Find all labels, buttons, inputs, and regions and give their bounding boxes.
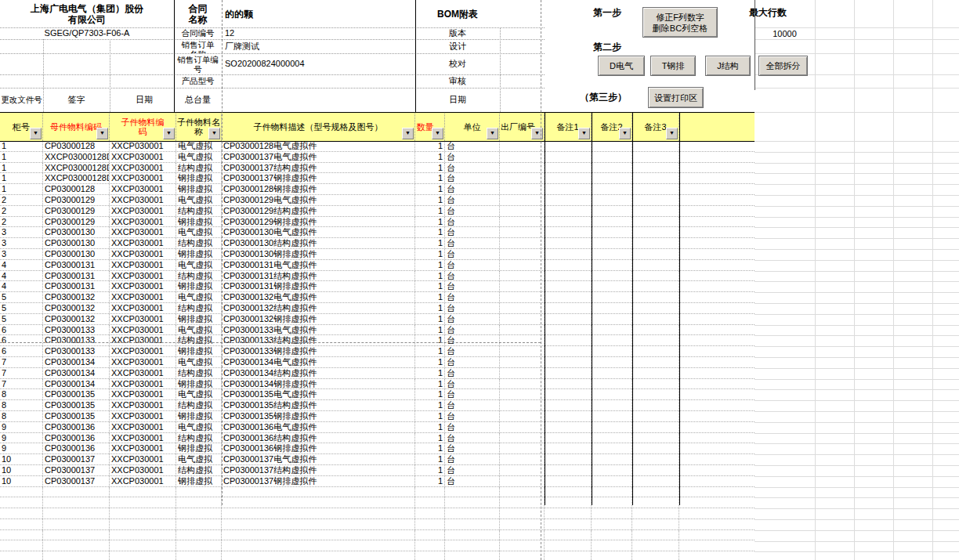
table-cell[interactable] — [500, 411, 545, 421]
table-cell[interactable]: 结构虚拟 — [176, 163, 222, 173]
table-cell[interactable] — [592, 335, 632, 345]
table-cell[interactable]: 台 — [445, 249, 500, 259]
table-cell[interactable]: 电气虚拟 — [176, 357, 222, 367]
table-cell[interactable]: CP03000135 — [43, 411, 110, 421]
table-cell[interactable]: XXCP030001 — [110, 163, 176, 173]
table-cell[interactable]: 电气虚拟 — [176, 454, 222, 464]
table-cell[interactable]: CP03000128钢排虚拟件 — [222, 184, 415, 194]
table-cell[interactable] — [500, 163, 545, 173]
table-cell[interactable] — [679, 163, 755, 173]
table-cell[interactable] — [545, 368, 592, 378]
table-cell[interactable]: 钢排虚拟 — [176, 184, 222, 194]
table-cell[interactable] — [592, 325, 632, 335]
table-cell[interactable]: 1 — [415, 314, 445, 324]
table-cell[interactable] — [445, 487, 500, 497]
table-cell[interactable]: XXCP030001 — [110, 368, 176, 378]
table-cell[interactable] — [632, 173, 679, 183]
table-cell[interactable] — [679, 454, 755, 464]
table-cell[interactable]: XXCP030001 — [110, 325, 176, 335]
table-cell[interactable] — [415, 487, 445, 497]
table-cell[interactable] — [445, 508, 500, 518]
table-cell[interactable] — [0, 497, 43, 508]
table-cell[interactable] — [415, 551, 445, 560]
table-cell[interactable]: XXCP030001 — [110, 281, 176, 291]
table-cell[interactable] — [632, 314, 679, 324]
table-cell[interactable]: 7 — [0, 379, 43, 389]
table-cell[interactable]: 1 — [415, 184, 445, 194]
table-cell[interactable]: CP03000130 — [43, 249, 110, 259]
table-cell[interactable] — [545, 346, 592, 356]
table-cell[interactable]: CP03000137 — [43, 476, 110, 486]
table-cell[interactable]: CP03000131 — [43, 281, 110, 291]
table-cell[interactable] — [632, 400, 679, 410]
table-cell[interactable] — [592, 411, 632, 421]
table-cell[interactable] — [679, 314, 755, 324]
table-cell[interactable]: CP03000133 — [43, 346, 110, 356]
sales-order-name-value[interactable]: 厂牌测试 — [225, 39, 413, 53]
table-cell[interactable]: 5 — [0, 303, 43, 313]
table-cell[interactable] — [632, 422, 679, 432]
table-cell[interactable] — [545, 540, 592, 551]
set-print-area-button[interactable]: 设置打印区 — [648, 87, 704, 108]
table-cell[interactable]: 5 — [0, 292, 43, 302]
table-cell[interactable] — [445, 540, 500, 551]
table-cell[interactable] — [500, 346, 545, 356]
filter-dropdown-icon[interactable]: ▼ — [402, 128, 414, 139]
table-cell[interactable] — [222, 497, 415, 508]
table-cell[interactable]: 电气虚拟 — [176, 389, 222, 399]
table-cell[interactable] — [545, 400, 592, 410]
table-cell[interactable] — [632, 465, 679, 475]
table-cell[interactable]: 台 — [445, 400, 500, 410]
table-cell[interactable] — [415, 540, 445, 551]
filter-dropdown-icon[interactable]: ▼ — [487, 128, 498, 139]
table-cell[interactable]: 1 — [0, 163, 43, 173]
table-cell[interactable] — [222, 487, 415, 497]
table-cell[interactable]: CP03000136结构虚拟件 — [222, 433, 415, 443]
table-cell[interactable] — [176, 487, 222, 497]
table-cell[interactable] — [679, 195, 755, 205]
table-cell[interactable]: 台 — [445, 357, 500, 367]
table-cell[interactable] — [679, 368, 755, 378]
table-cell[interactable]: CP03000130 — [43, 238, 110, 248]
table-cell[interactable]: XXCP030001 — [110, 238, 176, 248]
table-cell[interactable]: 结构虚拟 — [176, 368, 222, 378]
table-cell[interactable] — [545, 260, 592, 270]
table-cell[interactable]: XXCP030001 — [110, 433, 176, 443]
table-cell[interactable]: XXCP03000128D — [43, 173, 110, 183]
table-cell[interactable]: CP03000128 — [43, 141, 110, 151]
table-cell[interactable]: 1 — [415, 152, 445, 162]
table-cell[interactable] — [592, 422, 632, 432]
table-cell[interactable]: 4 — [0, 271, 43, 281]
table-cell[interactable]: 台 — [445, 206, 500, 216]
table-cell[interactable] — [632, 303, 679, 313]
table-cell[interactable] — [545, 163, 592, 173]
table-cell[interactable] — [0, 551, 43, 560]
table-cell[interactable] — [679, 411, 755, 421]
table-cell[interactable]: 钢排虚拟 — [176, 314, 222, 324]
table-cell[interactable]: 台 — [445, 141, 500, 151]
table-cell[interactable] — [632, 206, 679, 216]
table-cell[interactable] — [632, 508, 679, 518]
table-cell[interactable]: CP03000129钢排虚拟件 — [222, 217, 415, 227]
table-cell[interactable] — [632, 443, 679, 453]
table-cell[interactable] — [679, 379, 755, 389]
table-cell[interactable] — [500, 379, 545, 389]
table-cell[interactable]: XXCP030001 — [110, 335, 176, 345]
table-cell[interactable] — [445, 519, 500, 529]
table-cell[interactable]: CP03000132 — [43, 314, 110, 324]
table-cell[interactable]: CP03000135 — [43, 400, 110, 410]
table-cell[interactable]: CP03000133结构虚拟件 — [222, 335, 415, 345]
table-cell[interactable]: 台 — [445, 292, 500, 302]
table-cell[interactable] — [43, 540, 110, 551]
table-cell[interactable]: 1 — [415, 325, 445, 335]
table-cell[interactable] — [632, 551, 679, 560]
table-cell[interactable]: 台 — [445, 271, 500, 281]
table-cell[interactable]: 结构虚拟 — [176, 335, 222, 345]
table-cell[interactable]: CP03000135结构虚拟件 — [222, 400, 415, 410]
table-cell[interactable]: CP03000131电气虚拟件 — [222, 260, 415, 270]
table-cell[interactable]: 6 — [0, 346, 43, 356]
table-cell[interactable] — [632, 411, 679, 421]
table-cell[interactable] — [679, 152, 755, 162]
table-cell[interactable]: 1 — [415, 454, 445, 464]
table-cell[interactable]: 电气虚拟 — [176, 141, 222, 151]
